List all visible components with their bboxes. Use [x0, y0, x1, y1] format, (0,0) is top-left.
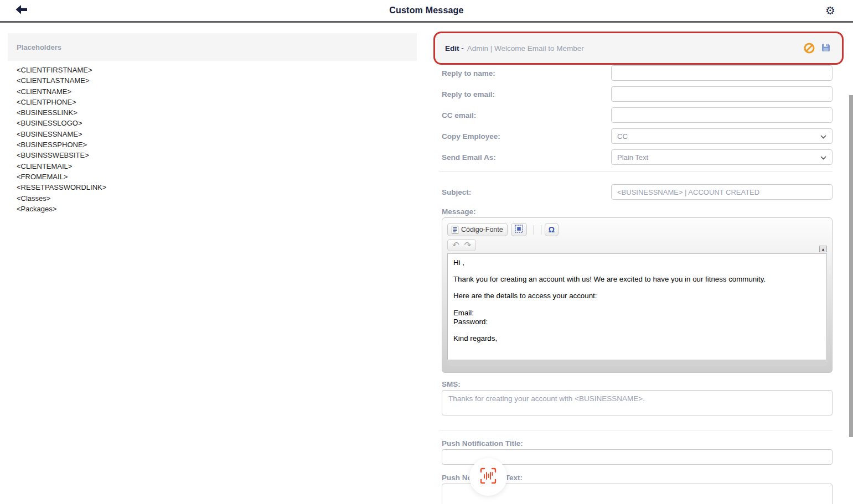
send-email-as-row: Send Email As: Plain Text: [442, 149, 833, 165]
toolbar-separator: [541, 225, 541, 235]
source-code-button-label: Código-Fonte: [461, 226, 503, 233]
placeholders-header: Placeholders: [8, 33, 417, 61]
section-divider: [439, 172, 833, 172]
placeholders-panel: Placeholders <CLIENTFIRSTNAME> <CLIENTLA…: [8, 33, 417, 214]
editor-toolbar-row-1: Código-Fonte Ω: [447, 222, 827, 237]
page-title: Custom Message: [0, 6, 853, 15]
barcode-scan-icon: [479, 466, 498, 487]
form-body: Reply to name: Reply to email: CC email:…: [433, 65, 844, 504]
copy-employee-label: Copy Employee:: [442, 132, 611, 141]
sms-label: SMS:: [442, 380, 833, 388]
placeholder-item[interactable]: <FROMEMAIL>: [17, 172, 417, 182]
reply-to-email-row: Reply to email:: [442, 86, 833, 102]
subject-row: Subject:: [442, 184, 833, 200]
cc-email-row: CC email:: [442, 107, 833, 123]
undo-redo-group: ↶ ↷: [447, 239, 476, 251]
message-paragraph: Thank you for creating an account with u…: [453, 275, 821, 284]
back-arrow-icon[interactable]: [15, 4, 28, 15]
placeholder-item[interactable]: <Classes>: [17, 193, 417, 204]
toolbar-separator: [534, 225, 534, 235]
sms-textarea[interactable]: Thanks for creating your account with <B…: [442, 390, 833, 415]
redo-icon[interactable]: ↷: [464, 240, 472, 251]
gear-icon[interactable]: ⚙: [825, 2, 835, 19]
undo-icon[interactable]: ↶: [452, 240, 459, 251]
edit-label: Edit -: [445, 44, 464, 53]
message-password-line: Password:: [453, 318, 821, 326]
message-editor-panel: Edit - Admin | Welcome Email to Member R…: [433, 32, 844, 504]
reply-to-name-row: Reply to name:: [442, 65, 833, 81]
placeholder-item[interactable]: <BUSINESSPHONE>: [17, 139, 417, 150]
edit-header-highlighted: Edit - Admin | Welcome Email to Member: [433, 32, 844, 65]
cancel-icon[interactable]: [804, 43, 815, 54]
section-divider: [439, 430, 833, 430]
send-email-as-label: Send Email As:: [442, 153, 611, 162]
cc-email-label: CC email:: [442, 111, 611, 119]
cc-email-input[interactable]: [611, 107, 833, 123]
placeholders-list: <CLIENTFIRSTNAME> <CLIENTLASTNAME> <CLIE…: [17, 65, 417, 214]
placeholder-item[interactable]: <CLIENTNAME>: [17, 86, 417, 97]
message-body-editable[interactable]: Hi , Thank you for creating an account w…: [447, 253, 827, 360]
vertical-scrollbar[interactable]: [849, 95, 853, 437]
placeholder-item[interactable]: <CLIENTLASTNAME>: [17, 75, 417, 86]
copy-employee-select[interactable]: CC: [611, 128, 833, 144]
placeholder-item[interactable]: <BUSINSSWEBSITE>: [17, 150, 417, 160]
top-bar: Custom Message ⚙: [0, 0, 853, 23]
chevron-down-icon: [820, 132, 826, 141]
edit-subtitle: Admin | Welcome Email to Member: [467, 44, 584, 53]
omega-icon: Ω: [549, 225, 555, 234]
send-email-as-value: Plain Text: [617, 153, 648, 162]
placeholder-item[interactable]: <Packages>: [17, 204, 417, 214]
source-document-icon: [452, 226, 458, 234]
message-label: Message:: [442, 207, 833, 216]
push-title-label: Push Notification Title:: [442, 439, 833, 448]
collapse-toolbar-icon[interactable]: ▲: [819, 246, 827, 252]
send-email-as-select[interactable]: Plain Text: [611, 149, 833, 165]
reply-to-name-label: Reply to name:: [442, 69, 611, 77]
copy-employee-value: CC: [617, 132, 628, 141]
barcode-scan-fab[interactable]: [469, 458, 507, 496]
placeholder-item[interactable]: <RESETPASSWORDLINK>: [17, 182, 417, 193]
message-paragraph: Here are the details to access your acco…: [453, 292, 821, 300]
source-code-button[interactable]: Código-Fonte: [447, 223, 508, 236]
rich-text-editor: Código-Fonte Ω ↶: [442, 217, 833, 373]
placeholder-item[interactable]: <CLIENTFIRSTNAME>: [17, 65, 417, 75]
save-icon[interactable]: [821, 43, 832, 54]
special-character-button[interactable]: Ω: [545, 223, 559, 236]
copy-employee-row: Copy Employee: CC: [442, 128, 833, 144]
reply-to-email-input[interactable]: [611, 86, 833, 102]
placeholder-item[interactable]: <CLIENTPHONE>: [17, 97, 417, 107]
subject-input[interactable]: [611, 184, 833, 200]
reply-to-email-label: Reply to email:: [442, 90, 611, 98]
subject-label: Subject:: [442, 188, 611, 196]
reply-to-name-input[interactable]: [611, 65, 833, 81]
message-closing: Kind regards,: [453, 334, 821, 343]
message-greeting: Hi ,: [453, 258, 821, 267]
maximize-button[interactable]: [511, 223, 527, 236]
message-email-line: Email:: [453, 309, 821, 318]
editor-footer-bar: [447, 360, 827, 366]
maximize-icon: [515, 225, 523, 235]
placeholder-item[interactable]: <CLIENTEMAIL>: [17, 161, 417, 172]
placeholder-item[interactable]: <BUSINESSNAME>: [17, 129, 417, 139]
editor-toolbar-row-2: ↶ ↷ ▲: [447, 238, 827, 252]
chevron-down-icon: [820, 153, 826, 162]
placeholder-item[interactable]: <BUSINESSLOGO>: [17, 118, 417, 128]
placeholder-item[interactable]: <BUSINESSLINK>: [17, 107, 417, 118]
